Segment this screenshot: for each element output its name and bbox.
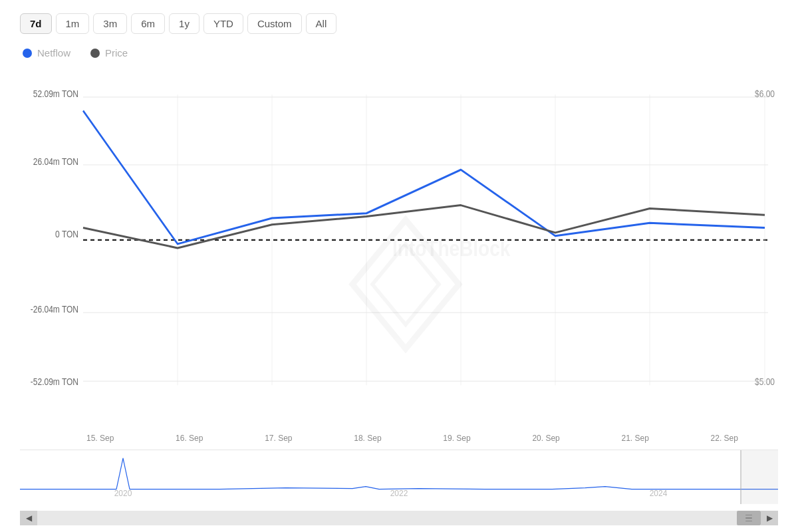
app-container: 7d 1m 3m 6m 1y YTD Custom All Netflow Pr… [0, 0, 798, 532]
svg-text:52.09m TON: 52.09m TON [33, 88, 78, 99]
x-label-17sep: 17. Sep [265, 434, 292, 443]
x-label-19sep: 19. Sep [443, 434, 470, 443]
thumb-line-3 [745, 521, 752, 522]
thumb-line-1 [745, 515, 752, 516]
svg-text:2020: 2020 [114, 489, 132, 498]
svg-text:2024: 2024 [650, 489, 668, 498]
legend-price: Price [90, 47, 128, 59]
chart-legend: Netflow Price [20, 47, 778, 59]
btn-all[interactable]: All [306, 13, 337, 34]
svg-text:IntoTheBlock: IntoTheBlock [392, 236, 511, 261]
netflow-label: Netflow [37, 47, 70, 59]
scroll-track[interactable] [37, 511, 761, 525]
x-label-15sep: 15. Sep [86, 434, 114, 443]
mini-chart-svg: 2020 2022 2024 [20, 450, 778, 509]
svg-text:26.04m TON: 26.04m TON [33, 156, 78, 167]
thumb-line-2 [745, 517, 752, 519]
btn-ytd[interactable]: YTD [203, 13, 243, 34]
x-label-16sep: 16. Sep [176, 434, 203, 443]
svg-rect-26 [741, 450, 778, 504]
chart-area: 52.09m TON 26.04m TON 0 TON -26.04m TON … [20, 74, 778, 525]
x-label-22sep: 22. Sep [711, 434, 738, 443]
scroll-thumb[interactable] [737, 511, 761, 525]
time-range-selector: 7d 1m 3m 6m 1y YTD Custom All [20, 13, 778, 34]
price-dot [90, 49, 100, 58]
btn-1m[interactable]: 1m [56, 13, 90, 34]
legend-netflow: Netflow [23, 47, 70, 59]
netflow-dot [23, 49, 32, 58]
svg-rect-22 [20, 450, 778, 509]
svg-text:0 TON: 0 TON [55, 229, 78, 239]
x-label-20sep: 20. Sep [532, 434, 559, 443]
main-chart: 52.09m TON 26.04m TON 0 TON -26.04m TON … [20, 74, 778, 430]
btn-7d[interactable]: 7d [20, 13, 52, 34]
btn-custom[interactable]: Custom [247, 13, 302, 34]
btn-1y[interactable]: 1y [169, 13, 200, 34]
x-label-21sep: 21. Sep [621, 434, 648, 443]
scroll-left-btn[interactable]: ◀ [20, 511, 37, 525]
x-axis: 15. Sep 16. Sep 17. Sep 18. Sep 19. Sep … [20, 430, 778, 447]
scroll-thumb-handle [745, 515, 752, 522]
mini-chart: 2020 2022 2024 [20, 450, 778, 509]
btn-3m[interactable]: 3m [93, 13, 127, 34]
btn-6m[interactable]: 6m [131, 13, 165, 34]
svg-text:2022: 2022 [390, 489, 408, 498]
x-label-18sep: 18. Sep [354, 434, 381, 443]
scroll-right-btn[interactable]: ▶ [761, 511, 778, 525]
svg-text:-52.09m TON: -52.09m TON [31, 376, 78, 387]
main-chart-svg: 52.09m TON 26.04m TON 0 TON -26.04m TON … [20, 74, 778, 430]
scrollbar[interactable]: ◀ ▶ [20, 511, 778, 525]
price-label: Price [105, 47, 128, 59]
svg-text:-26.04m TON: -26.04m TON [31, 304, 78, 315]
netflow-line [83, 111, 765, 244]
